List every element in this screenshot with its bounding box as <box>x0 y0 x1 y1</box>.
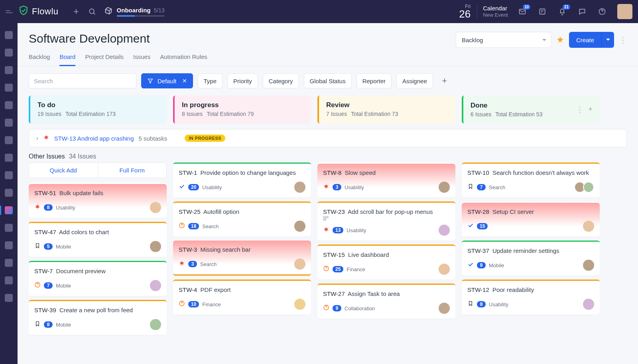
rail-item-8[interactable] <box>2 151 16 165</box>
rail-item-9[interactable] <box>2 168 16 182</box>
rail-item-13[interactable] <box>2 238 16 252</box>
assignee-avatar[interactable] <box>150 319 161 330</box>
assignee-avatar[interactable] <box>439 264 450 275</box>
create-button[interactable]: Create <box>569 32 601 48</box>
issue-card[interactable]: STW-37 Update reminder settings9Mobile <box>462 241 600 276</box>
issue-card[interactable]: STW-12 Poor readability8Usability <box>462 280 600 315</box>
assignee-avatar[interactable] <box>150 241 161 252</box>
svg-point-4 <box>45 136 47 139</box>
filter-default[interactable]: Default ✕ <box>141 73 193 88</box>
rail-item-2[interactable] <box>2 45 16 60</box>
issue-card[interactable]: STW-10 Search function doesn't always wo… <box>462 162 600 198</box>
issue-card[interactable]: STW-39 Create a new poll from feed8Mobil… <box>29 300 167 335</box>
assignee-avatar[interactable] <box>583 260 594 271</box>
rail-item-4[interactable] <box>2 80 16 95</box>
chevron-right-icon[interactable]: › <box>36 135 38 141</box>
rail-item-16[interactable] <box>2 291 16 305</box>
bell-icon[interactable]: 21 <box>554 4 570 20</box>
assignee-avatar[interactable] <box>583 299 594 310</box>
filter-global-status[interactable]: Global Status <box>304 73 352 88</box>
create-dropdown[interactable] <box>601 32 614 48</box>
issue-card[interactable]: STW-51 Bulk update fails8Usability <box>29 183 167 218</box>
issue-card[interactable]: STW-27 Assign Task to area9Collaboration <box>317 284 455 319</box>
swimlane-row[interactable]: › STW-13 Android app crashing 5 subtasks… <box>29 129 627 147</box>
search-icon[interactable] <box>84 4 100 20</box>
rail-item-14[interactable] <box>2 256 16 270</box>
calendar-widget[interactable]: Calendar New Event <box>483 4 508 19</box>
assignee-avatar[interactable] <box>439 303 450 314</box>
tab-issues[interactable]: Issues <box>133 53 150 66</box>
issue-card[interactable]: STW-25 Autofill option18Search <box>173 202 311 237</box>
rail-item-5[interactable] <box>2 98 16 112</box>
issue-card[interactable]: STW-15 Live dashboard25Finance <box>317 245 455 280</box>
favorite-star-icon[interactable]: ★ <box>556 35 564 45</box>
help-icon[interactable] <box>594 4 610 20</box>
brand-logo[interactable]: Flowlu <box>18 5 59 18</box>
column-header-progress[interactable]: In progress 8 IssuesTotal Estimation 79 <box>173 96 311 123</box>
tab-automation-rules[interactable]: Automation Rules <box>160 53 207 66</box>
assignee-avatar[interactable] <box>294 299 305 310</box>
assignee-avatar[interactable] <box>150 202 161 213</box>
column-add-icon[interactable]: + <box>588 105 593 114</box>
filter-reporter[interactable]: Reporter <box>356 73 392 88</box>
view-select-label: Backlog <box>462 37 483 43</box>
filter-type[interactable]: Type <box>198 73 223 88</box>
menu-toggle-icon[interactable] <box>6 10 13 13</box>
assignee-avatar[interactable] <box>439 225 450 236</box>
tab-backlog[interactable]: Backlog <box>29 53 50 66</box>
assignee-stack[interactable] <box>574 182 594 193</box>
card-title: STW-37 Update reminder settings <box>467 247 594 255</box>
card-category: Usability <box>345 184 364 190</box>
card-category: Finance <box>202 301 221 307</box>
issue-card[interactable]: STW-4 PDF export10Finance <box>173 280 311 315</box>
rail-item-3[interactable] <box>2 63 16 77</box>
add-filter-icon[interactable]: + <box>438 74 451 88</box>
tab-board[interactable]: Board <box>59 53 75 66</box>
rail-item-15[interactable] <box>2 273 16 288</box>
rail-item-12[interactable] <box>2 221 16 235</box>
estimate-pill: 9 <box>477 262 486 268</box>
quick-add-row: Quick Add Full Form <box>29 162 167 178</box>
rail-item-active[interactable] <box>2 203 16 217</box>
assignee-avatar[interactable] <box>294 182 305 193</box>
add-icon[interactable] <box>68 4 84 20</box>
rail-item-1[interactable] <box>2 28 16 42</box>
assignee-avatar[interactable] <box>439 182 450 193</box>
filter-priority[interactable]: Priority <box>227 73 258 88</box>
rail-item-10[interactable] <box>2 186 16 200</box>
date-widget[interactable]: Fri 26 <box>459 4 471 19</box>
filter-clear-icon[interactable]: ✕ <box>182 78 187 84</box>
assignee-avatar[interactable] <box>150 280 161 291</box>
swimlane-link[interactable]: STW-13 Android app crashing <box>54 135 134 142</box>
assignee-avatar[interactable] <box>294 221 305 232</box>
view-select[interactable]: Backlog <box>456 32 551 48</box>
rail-item-7[interactable] <box>2 133 16 147</box>
issue-card[interactable]: STW-1 Provide option to change languages… <box>173 162 311 198</box>
column-header-todo[interactable]: To do 19 IssuesTotal Estimation 173 <box>29 96 167 123</box>
quick-add-button[interactable]: Quick Add <box>29 163 98 178</box>
filter-assignee[interactable]: Assignee <box>396 73 433 88</box>
assignee-avatar[interactable] <box>294 258 305 270</box>
inbox-icon[interactable]: 10 <box>514 4 530 20</box>
search-input[interactable] <box>29 73 136 88</box>
chat-icon[interactable] <box>574 4 590 20</box>
filter-category[interactable]: Category <box>263 73 299 88</box>
column-more-icon[interactable]: ⋮ <box>576 105 583 114</box>
rail-item-6[interactable] <box>2 115 16 130</box>
issue-card[interactable]: STW-3 Missing search bar3Search <box>173 241 311 276</box>
column-header-review[interactable]: Review 7 IssuesTotal Estimation 73 <box>317 96 455 123</box>
description-icon <box>323 217 329 221</box>
issue-card[interactable]: STW-23 Add scroll bar for pop-up menus13… <box>317 202 455 241</box>
notes-icon[interactable] <box>534 4 550 20</box>
issue-card[interactable]: STW-28 Setup CI server15 <box>462 202 600 237</box>
issue-card[interactable]: STW-8 Slow speed3Usability <box>317 162 455 198</box>
tab-project-details[interactable]: Project Details <box>85 53 124 66</box>
column-header-done[interactable]: Done 6 IssuesTotal Estimation 53 ⋮+ <box>462 96 600 123</box>
user-avatar[interactable] <box>617 4 632 19</box>
assignee-avatar[interactable] <box>583 221 594 232</box>
issue-card[interactable]: STW-7 Document preview7Mobile <box>29 261 167 296</box>
more-menu-icon[interactable]: ⋮ <box>619 35 627 45</box>
full-form-button[interactable]: Full Form <box>98 163 167 178</box>
onboarding-widget[interactable]: Onboarding 5/13 <box>104 6 165 17</box>
issue-card[interactable]: STW-47 Add colors to chart5Mobile <box>29 222 167 257</box>
